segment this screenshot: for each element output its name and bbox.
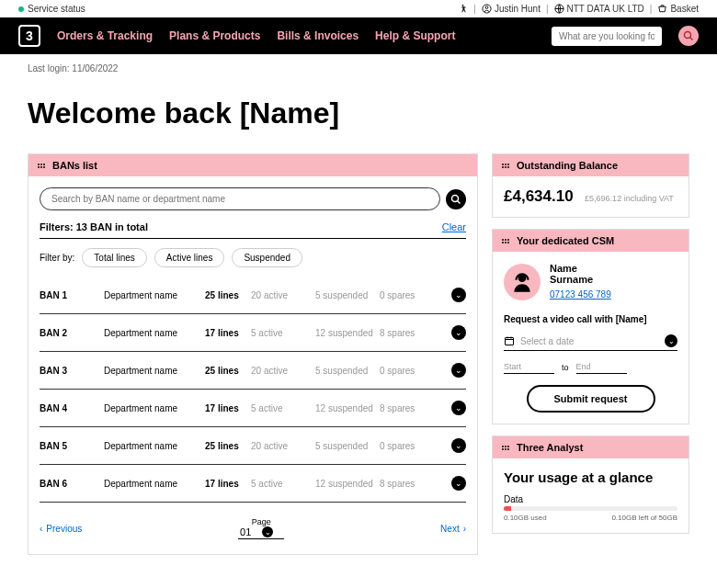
submit-request-button[interactable]: Submit request xyxy=(527,385,655,413)
svg-point-4 xyxy=(685,32,691,39)
balance-amount: £4,634.10 xyxy=(504,187,574,205)
svg-point-5 xyxy=(452,195,459,201)
next-page[interactable]: Next› xyxy=(440,524,466,534)
expand-icon[interactable]: ⌄ xyxy=(451,363,466,378)
ban-lines: 17 lines xyxy=(205,403,251,413)
balance-title: Outstanding Balance xyxy=(517,160,618,171)
chevron-right-icon: › xyxy=(463,524,466,534)
chip-total[interactable]: Total lines xyxy=(82,248,146,267)
csm-phone[interactable]: 07123 456 789 xyxy=(550,289,611,300)
basket-link[interactable]: Basket xyxy=(657,4,699,14)
ban-name: BAN 1 xyxy=(40,290,104,300)
analyst-title: Three Analyst xyxy=(517,442,583,453)
three-logo[interactable]: 3 xyxy=(18,25,40,47)
page-label: Page xyxy=(238,517,284,526)
ban-active: 5 active xyxy=(251,479,315,489)
date-input[interactable]: Select a date ⌄ xyxy=(504,332,677,351)
basket-icon xyxy=(657,4,667,14)
csm-surname: Surname xyxy=(550,274,611,285)
chevron-left-icon: ‹ xyxy=(40,524,42,534)
global-search-button[interactable] xyxy=(678,26,699,46)
balance-vat: £5,696.12 including VAT xyxy=(585,194,674,203)
global-search-input[interactable] xyxy=(552,27,662,46)
ban-suspended: 12 suspended xyxy=(315,403,380,413)
ban-spares: 8 spares xyxy=(380,479,444,489)
csm-avatar xyxy=(504,264,541,300)
page-title: Welcome back [Name] xyxy=(0,83,717,153)
grip-icon[interactable] xyxy=(502,446,511,450)
csm-name: Name xyxy=(550,263,611,274)
service-status[interactable]: Service status xyxy=(28,4,85,14)
nav-bills[interactable]: Bills & Invoices xyxy=(277,29,358,42)
ban-active: 20 active xyxy=(251,441,315,451)
ban-name: BAN 3 xyxy=(40,366,104,376)
ban-lines: 17 lines xyxy=(205,328,251,338)
chip-suspended[interactable]: Suspended xyxy=(232,248,302,267)
expand-icon[interactable]: ⌄ xyxy=(451,438,466,453)
bans-card: BANs list Filters: 13 BAN in total Clear… xyxy=(28,153,478,555)
ban-row[interactable]: BAN 6Department name17 lines5 active12 s… xyxy=(40,465,466,503)
ban-suspended: 5 suspended xyxy=(315,366,380,376)
chevron-down-icon: ⌄ xyxy=(665,334,677,347)
expand-icon[interactable]: ⌄ xyxy=(451,325,466,340)
expand-icon[interactable]: ⌄ xyxy=(451,401,466,415)
ban-active: 20 active xyxy=(251,290,315,300)
user-menu[interactable]: Justin Hunt xyxy=(482,4,541,14)
ban-name: BAN 6 xyxy=(40,479,104,489)
ban-spares: 0 spares xyxy=(380,290,444,300)
grip-icon[interactable] xyxy=(38,164,47,168)
chip-active[interactable]: Active lines xyxy=(154,248,225,267)
ban-search-input[interactable] xyxy=(40,187,440,210)
nav-help[interactable]: Help & Support xyxy=(375,29,455,42)
page-select[interactable]: 01⌄ xyxy=(238,526,284,539)
ban-lines: 25 lines xyxy=(205,366,251,376)
ban-dept: Department name xyxy=(104,366,205,376)
user-icon xyxy=(482,4,492,14)
ban-row[interactable]: BAN 2Department name17 lines5 active12 s… xyxy=(40,314,466,352)
nav-orders[interactable]: Orders & Tracking xyxy=(57,29,153,42)
analyst-card: Three Analyst Your usage at a glance Dat… xyxy=(492,435,689,534)
calendar-icon xyxy=(504,335,515,346)
ban-dept: Department name xyxy=(104,441,205,451)
csm-title: Your dedicated CSM xyxy=(517,235,614,246)
balance-card: Outstanding Balance £4,634.10 £5,696.12 … xyxy=(492,153,689,218)
expand-icon[interactable]: ⌄ xyxy=(451,476,466,491)
data-progress xyxy=(504,506,677,511)
ban-name: BAN 4 xyxy=(40,403,104,413)
end-time-input[interactable]: End xyxy=(576,360,627,374)
bans-title: BANs list xyxy=(52,160,97,171)
ban-row[interactable]: BAN 5Department name25 lines20 active5 s… xyxy=(40,427,466,465)
ban-spares: 8 spares xyxy=(380,328,444,338)
ban-active: 20 active xyxy=(251,366,315,376)
chevron-down-icon: ⌄ xyxy=(262,526,273,537)
expand-icon[interactable]: ⌄ xyxy=(451,288,466,302)
data-left: 0.10GB left of 50GB xyxy=(611,514,677,522)
ban-name: BAN 5 xyxy=(40,441,104,451)
usage-title: Your usage at a glance xyxy=(504,469,677,485)
ban-spares: 0 spares xyxy=(380,441,444,451)
ban-search-button[interactable] xyxy=(446,189,466,209)
clear-filters[interactable]: Clear xyxy=(442,221,466,232)
accessibility-icon[interactable] xyxy=(458,4,468,14)
nav-plans[interactable]: Plans & Products xyxy=(169,29,260,42)
grip-icon[interactable] xyxy=(502,164,511,168)
company-menu[interactable]: NTT DATA UK LTD xyxy=(554,4,644,14)
grip-icon[interactable] xyxy=(502,239,511,243)
ban-lines: 17 lines xyxy=(205,479,251,489)
ban-lines: 25 lines xyxy=(205,441,251,451)
svg-point-2 xyxy=(485,6,488,9)
videocall-label: Request a video call with [Name] xyxy=(504,314,677,324)
globe-icon xyxy=(554,4,564,14)
ban-dept: Department name xyxy=(104,290,205,300)
filters-count: Filters: 13 BAN in total xyxy=(40,221,148,232)
filter-by-label: Filter by: xyxy=(40,253,74,263)
ban-row[interactable]: BAN 4Department name17 lines5 active12 s… xyxy=(40,390,466,427)
start-time-input[interactable]: Start xyxy=(504,360,554,374)
ban-row[interactable]: BAN 3Department name25 lines20 active5 s… xyxy=(40,352,466,390)
prev-page[interactable]: ‹Previous xyxy=(40,524,82,534)
ban-row[interactable]: BAN 1Department name25 lines20 active5 s… xyxy=(40,277,466,314)
svg-rect-7 xyxy=(506,338,514,345)
data-used: 0.10GB used xyxy=(504,514,547,522)
ban-active: 5 active xyxy=(251,403,315,413)
ban-lines: 25 lines xyxy=(205,290,251,300)
